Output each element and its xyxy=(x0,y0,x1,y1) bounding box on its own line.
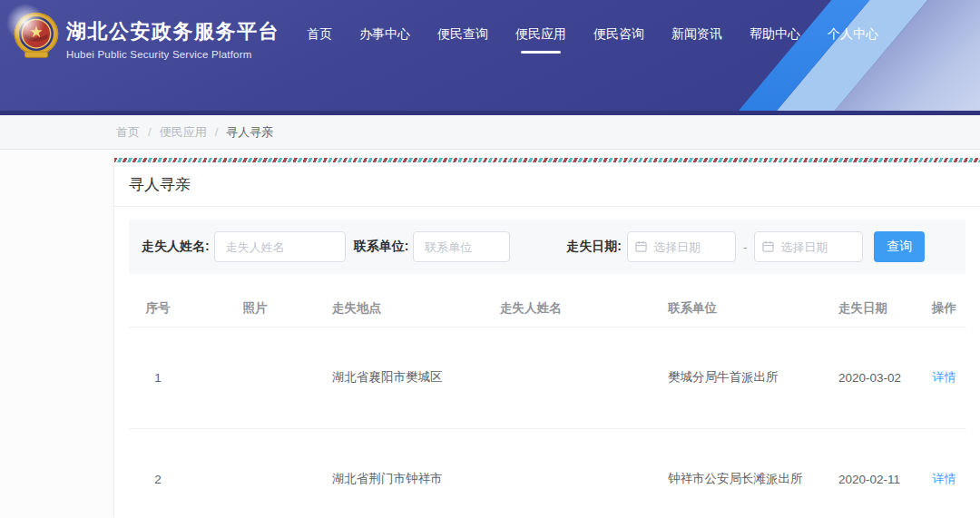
cell-name xyxy=(491,428,659,518)
page-title: 寻人寻亲 xyxy=(129,176,191,193)
main-nav: 首页 办事中心 便民查询 便民应用 便民咨询 新闻资讯 帮助中心 个人中心 xyxy=(307,26,878,54)
table-header-row: 序号 照片 走失地点 走失人姓名 联系单位 走失日期 操作 xyxy=(129,290,966,327)
cell-location: 湖北省襄阳市樊城区 xyxy=(323,327,491,428)
contact-unit-label: 联系单位: xyxy=(354,239,409,255)
missing-person-name-label: 走失人姓名: xyxy=(142,239,210,255)
cell-unit: 钟祥市公安局长滩派出所 xyxy=(659,428,822,518)
missing-date-label: 走失日期: xyxy=(566,239,622,255)
cell-date: 2020-03-02 xyxy=(822,327,922,428)
date-start-wrap xyxy=(627,231,736,262)
nav-item-help-center[interactable]: 帮助中心 xyxy=(750,26,800,54)
col-header-action: 操作 xyxy=(922,290,966,327)
nav-item-convenience-consult[interactable]: 便民咨询 xyxy=(593,26,644,54)
cell-name xyxy=(491,327,659,428)
cell-no: 1 xyxy=(129,327,187,428)
logo-glow-highlight xyxy=(5,2,46,44)
breadcrumb: 首页 / 便民应用 / 寻人寻亲 xyxy=(0,115,980,150)
breadcrumb-convenience-apps[interactable]: 便民应用 xyxy=(160,124,207,141)
content-card: 寻人寻亲 走失人姓名: 联系单位: 走失日期: - xyxy=(113,158,980,518)
nav-item-service-center[interactable]: 办事中心 xyxy=(359,26,410,54)
missing-person-name-input[interactable] xyxy=(214,231,346,262)
detail-link[interactable]: 详情 xyxy=(933,472,956,485)
breadcrumb-home[interactable]: 首页 xyxy=(116,124,140,141)
brand: 湖北公安政务服务平台 Hubei Public Security Service… xyxy=(12,9,279,62)
table-row: 2 湖北省荆门市钟祥市 钟祥市公安局长滩派出所 2020-02-11 详情 xyxy=(129,428,966,518)
table-row: 1 湖北省襄阳市樊城区 樊城分局牛首派出所 2020-03-02 详情 xyxy=(129,327,966,428)
cell-unit: 樊城分局牛首派出所 xyxy=(659,327,822,428)
nav-item-news[interactable]: 新闻资讯 xyxy=(671,26,722,54)
col-header-photo: 照片 xyxy=(187,290,323,327)
results-table: 序号 照片 走失地点 走失人姓名 联系单位 走失日期 操作 1 湖北省襄阳市樊城… xyxy=(129,290,966,518)
date-start-input[interactable] xyxy=(627,231,736,262)
nav-item-convenience-apps[interactable]: 便民应用 xyxy=(515,26,566,54)
nav-item-home[interactable]: 首页 xyxy=(307,26,332,54)
cell-photo xyxy=(187,327,323,428)
cell-photo xyxy=(187,428,323,518)
detail-link[interactable]: 详情 xyxy=(933,370,956,384)
site-title: 湖北公安政务服务平台 xyxy=(66,18,279,45)
nav-item-personal-center[interactable]: 个人中心 xyxy=(828,26,878,54)
header: 湖北公安政务服务平台 Hubei Public Security Service… xyxy=(0,0,980,115)
date-end-input[interactable] xyxy=(754,231,863,262)
cell-date: 2020-02-11 xyxy=(822,428,922,518)
police-badge-logo xyxy=(12,9,61,62)
photo-placeholder xyxy=(214,435,296,518)
results-table-wrap: 序号 照片 走失地点 走失人姓名 联系单位 走失日期 操作 1 湖北省襄阳市樊城… xyxy=(129,290,965,518)
date-end-wrap xyxy=(754,231,863,262)
breadcrumb-current: 寻人寻亲 xyxy=(226,124,273,141)
cell-location: 湖北省荆门市钟祥市 xyxy=(323,428,491,518)
breadcrumb-separator: / xyxy=(215,125,219,139)
photo-placeholder xyxy=(214,334,296,421)
brand-text: 湖北公安政务服务平台 Hubei Public Security Service… xyxy=(66,9,279,60)
breadcrumb-separator: / xyxy=(148,125,152,139)
nav-item-convenience-query[interactable]: 便民查询 xyxy=(437,26,488,54)
contact-unit-input[interactable] xyxy=(413,231,510,262)
date-range-separator: - xyxy=(743,240,747,254)
col-header-no: 序号 xyxy=(129,290,187,327)
site-subtitle: Hubei Public Security Service Platform xyxy=(66,49,279,60)
col-header-location: 走失地点 xyxy=(323,290,491,327)
cell-no: 2 xyxy=(129,428,187,518)
main-content: 寻人寻亲 走失人姓名: 联系单位: 走失日期: - xyxy=(0,150,980,518)
search-form: 走失人姓名: 联系单位: 走失日期: - xyxy=(129,220,965,274)
col-header-date: 走失日期 xyxy=(822,290,922,327)
card-title-bar: 寻人寻亲 xyxy=(114,162,980,207)
search-button[interactable]: 查询 xyxy=(874,231,925,262)
col-header-name: 走失人姓名 xyxy=(491,290,659,327)
col-header-unit: 联系单位 xyxy=(659,290,822,327)
